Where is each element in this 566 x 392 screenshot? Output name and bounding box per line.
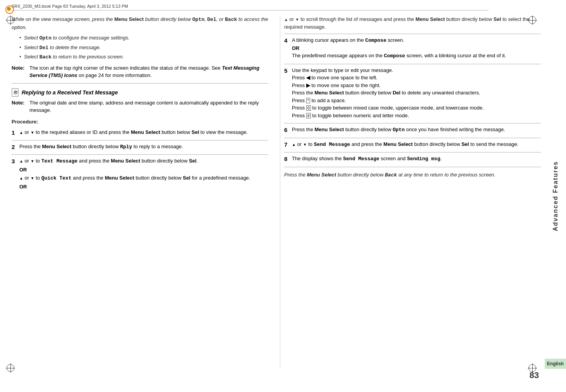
book-icon: 📚 <box>12 88 19 97</box>
footer-text: Press the Menu Select button directly be… <box>284 171 541 179</box>
step-num-4: 4 <box>284 36 290 45</box>
intro-italic: While on the view message screen, press … <box>12 16 114 22</box>
step-content-4: A blinking cursor appears on the Compose… <box>292 36 541 60</box>
step-content-5: Use the keypad to type or edit your mess… <box>292 67 541 120</box>
step-8: 8 The display shows the Send Message scr… <box>284 155 541 163</box>
bullet-back: Select Back to return to the previous sc… <box>19 53 268 61</box>
step-2: 2 Press the Menu Select button directly … <box>12 143 268 151</box>
english-badge: English <box>545 359 566 369</box>
side-label-text: Advanced Features <box>552 161 559 231</box>
step-6: 6 Press the Menu Select button directly … <box>284 126 541 134</box>
step-num-6: 6 <box>284 126 290 135</box>
up-arrow-3c: ▲ <box>284 17 288 22</box>
divider-1 <box>12 83 268 84</box>
intro-italic2: button directly below <box>144 16 192 22</box>
step-content-8: The display shows the Send Message scree… <box>292 155 541 163</box>
or-label-3a: OR <box>19 166 268 174</box>
step-content-7: ▲ or ▼ to Send Message and press the Men… <box>292 140 541 149</box>
step-content-2: Press the Menu Select button directly be… <box>19 143 268 151</box>
note-label-1: Note: <box>12 64 26 79</box>
page-number: 83 <box>530 370 539 380</box>
down-arrow-3c: ▼ <box>295 17 299 22</box>
step-num-8: 8 <box>284 155 290 164</box>
divider-step2 <box>12 154 268 155</box>
divider-step6 <box>284 138 541 138</box>
step-1: 1 ▲ or ▼ to the required aliases or ID a… <box>12 128 268 136</box>
down-arrow-3b: ▼ <box>31 176 34 180</box>
intro-back: Back <box>225 17 237 22</box>
step-num-5: 5 <box>284 67 290 75</box>
intro-del: Del <box>207 17 216 22</box>
divider-step1 <box>12 140 268 140</box>
step-num-3: 3 <box>12 157 17 166</box>
divider-step3-end <box>284 34 541 34</box>
top-bar: SRX_2200_M3.book Page 83 Tuesday, April … <box>12 4 489 10</box>
right-column: ▲ or ▼ to scroll through the list of mes… <box>280 15 541 369</box>
up-arrow-3b: ▲ <box>19 176 23 180</box>
note-block-1: Note: The icon at the top right corner o… <box>12 64 268 79</box>
step-7: 7 ▲ or ▼ to Send Message and press the M… <box>284 140 541 149</box>
intro-optn: Optn <box>192 17 204 22</box>
note-label-2: Note: <box>12 99 26 114</box>
or-label-3b: OR <box>19 183 268 191</box>
bullet-optn: Select Optn to configure the message set… <box>19 34 268 42</box>
step-5: 5 Use the keypad to type or edit your me… <box>284 67 541 120</box>
main-content: While on the view message screen, press … <box>12 15 541 369</box>
page-container: SRX_2200_M3.book Page 83 Tuesday, April … <box>0 0 566 392</box>
orange-dot <box>7 7 11 11</box>
up-arrow-3: ▲ <box>19 159 23 163</box>
step-content-3: ▲ or ▼ to Text Message and press the Men… <box>19 157 268 191</box>
intro-paragraph: While on the view message screen, press … <box>12 15 268 31</box>
intro-bold-menu: Menu Select <box>114 16 144 22</box>
or-4: OR <box>292 45 300 51</box>
down-arrow-1: ▼ <box>31 130 34 135</box>
step-num-1: 1 <box>12 128 17 137</box>
section-heading: 📚 Replying to a Received Text Message <box>12 88 268 97</box>
section-heading-text: Replying to a Received Text Message <box>22 89 118 96</box>
bullet-list: Select Optn to configure the message set… <box>19 34 268 61</box>
left-column: While on the view message screen, press … <box>12 15 272 369</box>
filename-text: SRX_2200_M3.book Page 83 Tuesday, April … <box>12 4 128 9</box>
divider-step5 <box>284 123 541 123</box>
step-content-1: ▲ or ▼ to the required aliases or ID and… <box>19 128 268 136</box>
step-num-7: 7 <box>284 140 290 149</box>
step-3: 3 ▲ or ▼ to Text Message and press the M… <box>12 157 268 191</box>
step3-continuation: ▲ or ▼ to scroll through the list of mes… <box>284 15 541 31</box>
step-content-6: Press the Menu Select button directly be… <box>292 126 541 134</box>
bullet-del: Select Del to delete the message. <box>19 44 268 52</box>
divider-step8 <box>284 167 541 167</box>
note-block-2: Note: The original date and time stamp, … <box>12 99 268 114</box>
step-num-2: 2 <box>12 143 17 152</box>
intro-italic4: , or <box>216 16 225 22</box>
note-text-2: The original date and time stamp, addres… <box>29 99 268 114</box>
side-label: Advanced Features <box>545 0 566 392</box>
note-text-1: The icon at the top right corner of the … <box>29 64 268 79</box>
down-arrow-7: ▼ <box>303 142 307 147</box>
divider-step7 <box>284 152 541 152</box>
up-arrow-7: ▲ <box>292 142 296 147</box>
divider-step4 <box>284 64 541 64</box>
step-4: 4 A blinking cursor appears on the Compo… <box>284 36 541 60</box>
down-arrow-3: ▼ <box>31 159 34 163</box>
procedure-label: Procedure: <box>12 118 268 126</box>
up-arrow-1: ▲ <box>19 130 23 135</box>
